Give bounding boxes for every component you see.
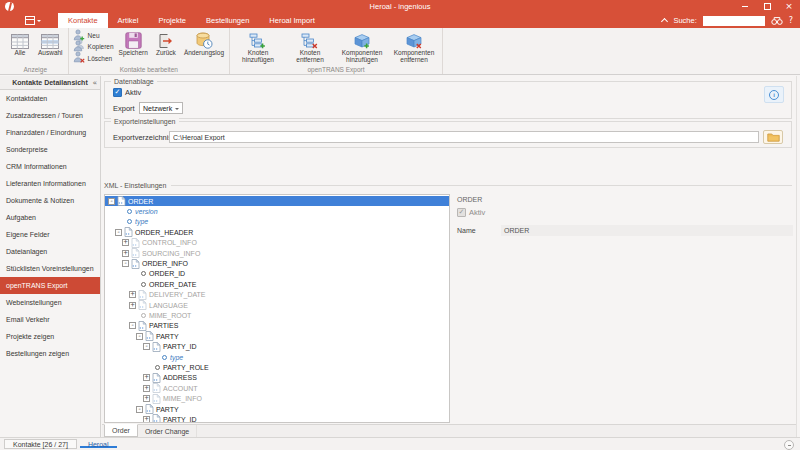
collapse-minus-icon[interactable]: - [129,322,136,329]
sidebar-collapse-icon[interactable]: « [92,78,97,87]
tree-node-order-header[interactable]: -ORDER_HEADER [105,227,449,237]
minimize-button[interactable] [734,0,756,13]
tree-node-sourcing-info[interactable]: +SOURCING_INFO [105,248,449,258]
ribbon-button-alle[interactable]: Alle [5,29,35,56]
tree-node-order-date[interactable]: ORDER_DATE [105,279,449,289]
sidebar-item-webeinstellungen[interactable]: Webeinstellungen [0,294,100,311]
sidebar-item-email-verkehr[interactable]: Email Verkehr [0,311,100,328]
export-select[interactable]: Netzwerk [139,102,183,114]
sidebar-item-st-cklisten-voreinstellungen[interactable]: Stücklisten Voreinstellungen [0,260,100,277]
xml-einstellungen-group: XML - Einstellungen [104,181,792,189]
menu-tab-bestellungen[interactable]: Bestellungen [196,13,259,28]
tree-node-mime-info[interactable]: +MIME_INFO [105,393,449,403]
app-menu-button[interactable] [22,13,44,28]
exportverzeichnis-row: Exportverzeichnis [113,130,783,144]
tree-node-account[interactable]: +ACCOUNT [105,383,449,393]
expand-plus-icon[interactable]: + [143,385,150,392]
sidebar-item-zusatzadressen-touren[interactable]: Zusatzadressen / Touren [0,107,100,124]
expand-plus-icon[interactable]: + [122,250,129,257]
ribbon-button-komponenten-hinzuf-gen[interactable]: Komponenten hinzufügen [336,29,388,64]
collapse-minus-icon[interactable]: - [143,343,150,350]
collapse-minus-icon[interactable]: - [136,406,143,413]
collapse-minus-icon[interactable]: - [115,229,122,236]
folder-browse-button[interactable] [763,130,783,144]
ribbon-button-auswahl[interactable]: Auswahl [35,29,66,56]
sidebar-item-dokumente-notizen[interactable]: Dokumente & Notizen [0,192,100,209]
expand-plus-icon[interactable]: + [143,374,150,381]
changelog-icon [195,30,213,49]
ribbon-button-nderungslog[interactable]: Änderungslog [181,29,227,56]
bullet-icon [141,282,146,287]
tree-node-order[interactable]: -ORDER [105,196,449,206]
collapse-minus-icon[interactable]: - [136,333,143,340]
tree-node-language[interactable]: +LANGUAGE [105,300,449,310]
tree-node-type[interactable]: type [105,217,449,227]
tree-node-delivery-date[interactable]: +DELIVERY_DATE [105,290,449,300]
menu-tab-projekte[interactable]: Projekte [148,13,196,28]
tree-node-order-id[interactable]: ORDER_ID [105,269,449,279]
doc-tab-order[interactable]: Order [104,424,138,437]
sidebar-item-eigene-felder[interactable]: Eigene Felder [0,226,100,243]
close-button[interactable]: × [778,0,800,13]
ribbon-button-knoten-entfernen[interactable]: Knoten entfernen [284,29,336,64]
info-button[interactable]: i [764,86,784,103]
tree-node-party-role[interactable]: PARTY_ROLE [105,362,449,372]
search-input[interactable] [703,16,765,26]
ribbon-button-knoten-hinzuf-gen[interactable]: Knoten hinzufügen [232,29,284,64]
sidebar-item-opentrans-export[interactable]: openTRANS Export [0,277,100,294]
tree-node-party-id[interactable]: -PARTY_ID [105,341,449,351]
sidebar-item-finanzdaten-einordnung[interactable]: Finanzdaten / Einordnung [0,124,100,141]
collapse-minus-icon[interactable]: - [122,260,129,267]
menu-tab-artikel[interactable]: Artikel [108,13,149,28]
tree-node-party[interactable]: -PARTY [105,331,449,341]
info-icon: i [769,90,779,100]
tree-node-address[interactable]: +ADDRESS [105,373,449,383]
bullet-icon [141,271,146,276]
tree-node-party-id[interactable]: +PARTY_ID [105,414,449,423]
binoculars-search-icon[interactable] [771,16,783,26]
exportverzeichnis-input[interactable] [169,131,759,143]
sidebar-item-kontaktdaten[interactable]: Kontaktdaten [0,90,100,107]
tree-node-party[interactable]: -PARTY [105,404,449,414]
menu-tab-heroal-import[interactable]: Heroal Import [259,13,324,28]
bullet-icon [155,365,160,370]
sidebar-item-aufgaben[interactable]: Aufgaben [0,209,100,226]
doc-tab-order-change[interactable]: Order Change [138,425,197,437]
sidebar-item-lieferanten-informationen[interactable]: Lieferanten Informationen [0,175,100,192]
sidebar-item-projekte-zeigen[interactable]: Projekte zeigen [0,328,100,345]
ribbon: AlleAuswahlAnzeigeNeuKopierenLöschenSpei… [0,28,800,75]
tree-node-parties[interactable]: -PARTIES [105,321,449,331]
ribbon-button-komponenten-entfernen[interactable]: Komponenten entfernen [388,29,440,64]
expand-plus-icon[interactable]: + [143,395,150,402]
xml-element-icon [138,300,147,310]
expand-plus-icon[interactable]: + [129,291,136,298]
sidebar-items: KontaktdatenZusatzadressen / TourenFinan… [0,90,100,362]
tree-node-mime-root[interactable]: MIME_ROOT [105,310,449,320]
aktiv-checkbox[interactable]: ✓ [113,88,122,97]
save-icon [125,30,142,49]
status-tab-kontakte-26-27[interactable]: Kontakte [26 / 27] [4,439,77,449]
tree-node-control-info[interactable]: +CONTROL_INFO [105,238,449,248]
ribbon-button-l-schen[interactable]: Löschen [71,53,116,64]
window-list-button[interactable] [784,440,794,450]
help-icon[interactable]: ? [789,16,793,25]
status-tab-heroal[interactable]: Heroal [79,439,118,449]
expand-plus-icon[interactable]: + [129,302,136,309]
collapse-ribbon-icon[interactable] [661,18,668,25]
ribbon-button-speichern[interactable]: Speichern [116,29,151,56]
expand-plus-icon[interactable]: + [143,416,150,423]
sidebar-item-bestellungen-zeigen[interactable]: Bestellungen zeigen [0,345,100,362]
xml-element-icon [145,404,154,414]
sidebar-item-crm-informationen[interactable]: CRM Informationen [0,158,100,175]
tree-node-order-info[interactable]: -ORDER_INFO [105,258,449,268]
maximize-button[interactable] [756,0,778,13]
xml-element-icon [131,248,140,258]
sidebar-item-dateianlagen[interactable]: Dateianlagen [0,243,100,260]
tree-node-type[interactable]: type [105,352,449,362]
sidebar-item-sonderpreise[interactable]: Sonderpreise [0,141,100,158]
tree-node-version[interactable]: version [105,206,449,216]
ribbon-button-zur-ck[interactable]: Zurück [151,29,181,56]
expand-plus-icon[interactable]: + [122,239,129,246]
collapse-minus-icon[interactable]: - [108,198,115,205]
document-tabs: OrderOrder Change [102,424,796,437]
